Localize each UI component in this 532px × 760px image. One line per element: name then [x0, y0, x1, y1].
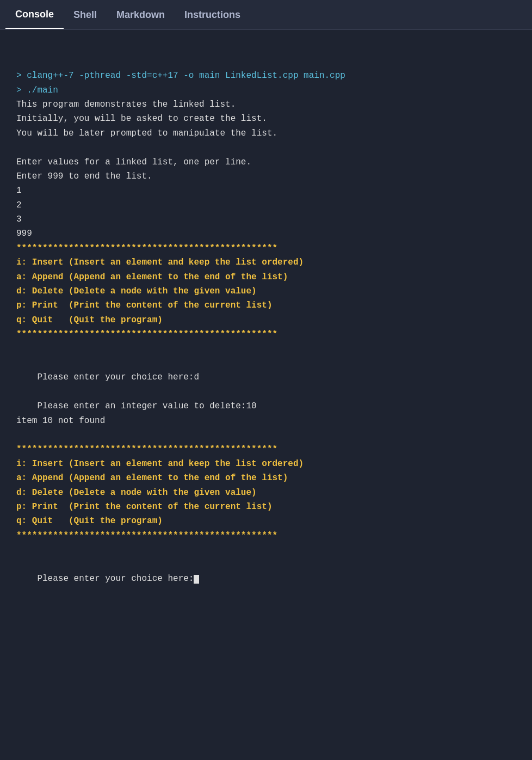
- blank-line: [16, 385, 516, 399]
- blank-line: [16, 557, 516, 571]
- prompt-line: > ./main: [16, 83, 516, 97]
- yellow-line: i: Insert (Insert an element and keep th…: [16, 457, 516, 471]
- yellow-line: i: Insert (Insert an element and keep th…: [16, 255, 516, 269]
- yellow-line: a: Append (Append an element to the end …: [16, 471, 516, 485]
- output-line: 1: [16, 183, 516, 198]
- tab-bar: Console Shell Markdown Instructions: [0, 0, 532, 30]
- output-line: 2: [16, 198, 516, 212]
- app-container: Console Shell Markdown Instructions > cl…: [0, 0, 532, 602]
- blank-line: [16, 428, 516, 442]
- prompt-line: > clang++-7 -pthread -std=c++17 -o main …: [16, 69, 516, 83]
- yellow-line: d: Delete (Delete a node with the given …: [16, 284, 516, 298]
- blank-line: [16, 140, 516, 155]
- yellow-line: ****************************************…: [16, 241, 516, 255]
- yellow-line: ****************************************…: [16, 442, 516, 456]
- yellow-line: ****************************************…: [16, 529, 516, 543]
- output-line: item 10 not found: [16, 414, 516, 428]
- yellow-line: q: Quit (Quit the program): [16, 313, 516, 327]
- output-line: Please enter your choice here:d: [16, 370, 516, 384]
- output-line: 999: [16, 226, 516, 241]
- output-line: This program demonstrates the linked lis…: [16, 97, 516, 112]
- blank-line: [16, 356, 516, 370]
- yellow-line: p: Print (Print the content of the curre…: [16, 500, 516, 514]
- output-line: Initially, you will be asked to create t…: [16, 112, 516, 126]
- output-line: Enter 999 to end the list.: [16, 169, 516, 183]
- tab-markdown[interactable]: Markdown: [107, 2, 175, 28]
- yellow-line: q: Quit (Quit the program): [16, 514, 516, 528]
- blank-line: [16, 342, 516, 356]
- yellow-line: p: Print (Print the content of the curre…: [16, 298, 516, 312]
- tab-instructions[interactable]: Instructions: [175, 2, 250, 28]
- tab-console[interactable]: Console: [5, 1, 64, 29]
- tab-shell[interactable]: Shell: [64, 2, 107, 28]
- blank-line: [16, 543, 516, 557]
- output-line: You will be later prompted to manipulate…: [16, 126, 516, 140]
- text-cursor: [194, 575, 199, 584]
- output-line: Please enter an integer value to delete:…: [16, 399, 516, 413]
- output-line: 3: [16, 212, 516, 226]
- output-line: Enter values for a linked list, one per …: [16, 155, 516, 169]
- cursor-line: Please enter your choice here:: [16, 572, 516, 586]
- yellow-line: a: Append (Append an element to the end …: [16, 270, 516, 284]
- yellow-line: d: Delete (Delete a node with the given …: [16, 486, 516, 500]
- yellow-line: ****************************************…: [16, 327, 516, 341]
- console-output: > clang++-7 -pthread -std=c++17 -o main …: [0, 30, 532, 602]
